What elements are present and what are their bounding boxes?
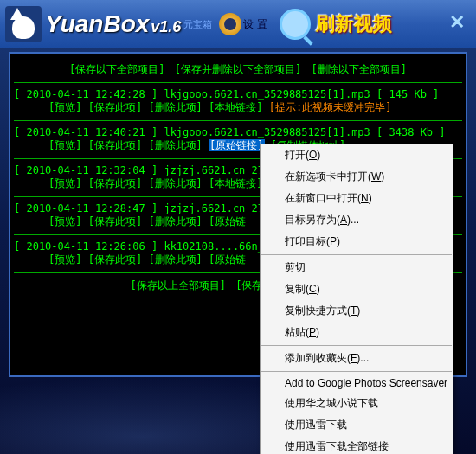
timestamp: [ 2010-04-11 12:32:04 ] — [14, 164, 158, 176]
list-item: [ 2010-04-11 12:42:28 ] lkjgooo.6621.cn_… — [14, 88, 462, 115]
refresh-label: 刷新视频 — [316, 11, 392, 37]
menu-separator — [261, 254, 452, 255]
del-all-below[interactable]: [删除以下全部项目] — [311, 63, 406, 75]
local-link[interactable]: [本地链接] — [209, 101, 262, 113]
refresh-button[interactable]: 刷新视频 — [274, 9, 392, 40]
menu-item[interactable]: 粘贴(P) — [261, 322, 453, 343]
delete-link[interactable]: [删除此项] — [148, 253, 202, 265]
timestamp: [ 2010-04-11 12:42:28 ] — [14, 88, 158, 100]
app-name-en: YuanBox — [45, 10, 149, 38]
save-all-above[interactable]: [保存以上全部项目] — [131, 279, 226, 291]
delete-link[interactable]: [删除此项] — [148, 215, 202, 227]
app-name-cn: 元宝箱 — [183, 18, 212, 31]
delete-link[interactable]: [删除此项] — [148, 177, 202, 189]
timestamp: [ 2010-04-11 12:28:47 ] — [14, 202, 158, 214]
menu-item[interactable]: 在新选项卡中打开(W) — [261, 166, 453, 188]
menu-separator — [261, 345, 452, 346]
filename: lkjgooo.6621.cn_3529885125[1].mp3 — [164, 126, 370, 138]
top-action-bar: [保存以下全部项目] [保存并删除以下全部项目] [删除以下全部项目] — [14, 59, 462, 80]
divider — [14, 120, 462, 121]
preview-link[interactable]: [预览] — [48, 215, 81, 227]
save-link[interactable]: [保存此项] — [88, 139, 142, 151]
filesize: [ 3438 Kb ] — [376, 126, 445, 138]
menu-item[interactable]: 使用迅雷下载 — [261, 414, 453, 436]
filename: lkjgooo.6621.cn_3529885125[1].mp3 — [164, 88, 370, 100]
settings-button[interactable]: 设 置 — [219, 13, 267, 35]
preview-link[interactable]: [预览] — [48, 101, 81, 113]
menu-item[interactable]: 使用华之城小说下载 — [261, 393, 453, 414]
app-logo-icon — [5, 6, 42, 42]
magnifier-icon — [280, 9, 311, 40]
save-all-below[interactable]: [保存以下全部项目] — [69, 63, 164, 75]
gear-icon — [219, 13, 241, 35]
timestamp: [ 2010-04-11 12:40:21 ] — [14, 126, 158, 138]
app-title: YuanBox v1.6 元宝箱 — [45, 10, 212, 38]
preview-link[interactable]: [预览] — [48, 177, 81, 189]
timestamp: [ 2010-04-11 12:26:06 ] — [14, 240, 158, 253]
close-icon: ✕ — [449, 11, 465, 34]
origin-link[interactable]: [原始链 — [209, 253, 246, 265]
menu-item[interactable]: 剪切 — [261, 257, 453, 278]
local-link[interactable]: [本地链接] — [209, 177, 262, 189]
app-version: v1.6 — [151, 18, 181, 36]
close-button[interactable]: ✕ — [445, 12, 469, 33]
menu-item[interactable]: 复制(C) — [261, 278, 453, 300]
preview-link[interactable]: [预览] — [48, 139, 81, 151]
preview-link[interactable]: [预览] — [48, 253, 81, 265]
menu-item[interactable]: 在新窗口中打开(N) — [261, 188, 453, 209]
save-del-all-below[interactable]: [保存并删除以下全部项目] — [175, 63, 301, 75]
menu-item[interactable]: 添加到收藏夹(F)... — [261, 348, 453, 369]
origin-link[interactable]: [原始链 — [209, 215, 246, 227]
warn-text: [提示:此视频未缓冲完毕] — [269, 101, 392, 113]
settings-label: 设 置 — [243, 17, 267, 32]
origin-link-selected[interactable]: [原始链接] — [209, 139, 264, 151]
save-link[interactable]: [保存此项] — [88, 253, 142, 265]
delete-link[interactable]: [删除此项] — [148, 139, 202, 151]
menu-item[interactable]: 复制快捷方式(T) — [261, 300, 453, 322]
save-link[interactable]: [保存此项] — [88, 215, 142, 227]
menu-item[interactable]: 打开(O) — [261, 144, 453, 166]
title-bar: YuanBox v1.6 元宝箱 设 置 刷新视频 ✕ — [0, 0, 476, 48]
divider — [14, 82, 462, 83]
menu-item[interactable]: 使用迅雷下载全部链接 — [261, 436, 453, 454]
menu-item[interactable]: Add to Google Photos Screensaver — [261, 374, 453, 393]
menu-item[interactable]: 打印目标(P) — [261, 231, 453, 253]
menu-item[interactable]: 目标另存为(A)... — [261, 209, 453, 231]
menu-separator — [261, 371, 452, 372]
filesize: [ 145 Kb ] — [376, 88, 439, 100]
context-menu[interactable]: 打开(O)在新选项卡中打开(W)在新窗口中打开(N)目标另存为(A)...打印目… — [260, 144, 453, 454]
save-link[interactable]: [保存此项] — [88, 177, 142, 189]
save-link[interactable]: [保存此项] — [88, 101, 142, 113]
delete-link[interactable]: [删除此项] — [148, 101, 202, 113]
